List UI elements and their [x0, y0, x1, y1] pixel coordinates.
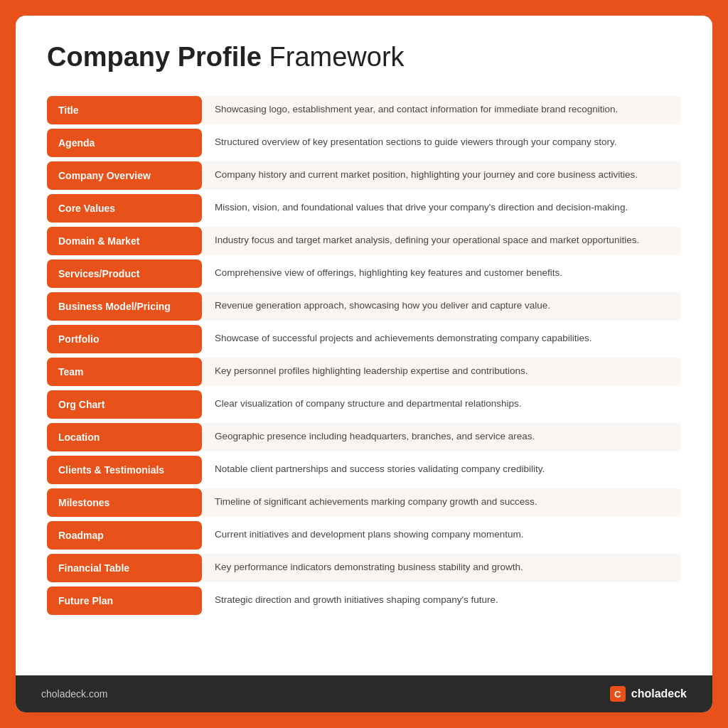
- row-label-company-overview: Company Overview: [47, 161, 202, 190]
- framework-row: Future PlanStrategic direction and growt…: [47, 584, 681, 617]
- framework-row: Company OverviewCompany history and curr…: [47, 159, 681, 192]
- framework-row: TitleShowcasing logo, establishment year…: [47, 94, 681, 127]
- row-description: Strategic direction and growth initiativ…: [202, 587, 681, 615]
- row-description: Company history and current market posit…: [202, 161, 681, 190]
- framework-row: TeamKey personnel profiles highlighting …: [47, 355, 681, 388]
- framework-row: Domain & MarketIndustry focus and target…: [47, 225, 681, 257]
- row-description: Comprehensive view of offerings, highlig…: [202, 259, 681, 288]
- row-label-domain---market: Domain & Market: [47, 227, 202, 255]
- framework-row: PortfolioShowcase of successful projects…: [47, 323, 681, 355]
- row-description: Key performance indicators demonstrating…: [202, 554, 681, 582]
- framework-row: Business Model/PricingRevenue generation…: [47, 290, 681, 323]
- row-label-financial-table: Financial Table: [47, 554, 202, 582]
- page-title: Company Profile Framework: [47, 41, 681, 74]
- row-label-agenda: Agenda: [47, 129, 202, 157]
- row-description: Geographic presence including headquarte…: [202, 423, 681, 451]
- row-description: Industry focus and target market analysi…: [202, 227, 681, 255]
- row-label-title: Title: [47, 96, 202, 124]
- footer-logo-icon: C: [610, 686, 626, 702]
- framework-row: Clients & TestimonialsNotable client par…: [47, 454, 681, 486]
- row-description: Key personnel profiles highlighting lead…: [202, 358, 681, 386]
- main-card: Company Profile Framework TitleShowcasin…: [16, 16, 712, 712]
- row-description: Notable client partnerships and success …: [202, 456, 681, 484]
- framework-row: LocationGeographic presence including he…: [47, 421, 681, 454]
- footer-brand: C choladeck: [610, 686, 687, 702]
- row-label-milestones: Milestones: [47, 488, 202, 517]
- row-label-clients---testimonials: Clients & Testimonials: [47, 456, 202, 484]
- footer-url: choladeck.com: [41, 688, 107, 700]
- row-label-core-values: Core Values: [47, 194, 202, 223]
- row-label-org-chart: Org Chart: [47, 390, 202, 419]
- framework-row: AgendaStructured overview of key present…: [47, 127, 681, 159]
- footer-brand-text: choladeck: [631, 687, 687, 700]
- framework-row: Org ChartClear visualization of company …: [47, 388, 681, 421]
- row-description: Clear visualization of company structure…: [202, 390, 681, 419]
- row-description: Showcasing logo, establishment year, and…: [202, 96, 681, 124]
- row-label-portfolio: Portfolio: [47, 325, 202, 353]
- row-label-roadmap: Roadmap: [47, 521, 202, 550]
- row-description: Showcase of successful projects and achi…: [202, 325, 681, 353]
- row-label-business-model-pricing: Business Model/Pricing: [47, 292, 202, 321]
- row-description: Timeline of significant achievements mar…: [202, 488, 681, 517]
- main-content: Company Profile Framework TitleShowcasin…: [16, 16, 712, 675]
- framework-row: Financial TableKey performance indicator…: [47, 552, 681, 584]
- row-description: Mission, vision, and foundational values…: [202, 194, 681, 223]
- row-label-team: Team: [47, 358, 202, 386]
- framework-grid: TitleShowcasing logo, establishment year…: [47, 94, 681, 617]
- row-description: Structured overview of key presentation …: [202, 129, 681, 157]
- framework-row: RoadmapCurrent initiatives and developme…: [47, 519, 681, 552]
- row-label-future-plan: Future Plan: [47, 587, 202, 615]
- row-label-services-product: Services/Product: [47, 259, 202, 288]
- framework-row: Services/ProductComprehensive view of of…: [47, 257, 681, 290]
- footer: choladeck.com C choladeck: [16, 675, 712, 712]
- row-label-location: Location: [47, 423, 202, 451]
- row-description: Revenue generation approach, showcasing …: [202, 292, 681, 321]
- framework-row: MilestonesTimeline of significant achiev…: [47, 486, 681, 519]
- framework-row: Core ValuesMission, vision, and foundati…: [47, 192, 681, 225]
- row-description: Current initiatives and development plan…: [202, 521, 681, 550]
